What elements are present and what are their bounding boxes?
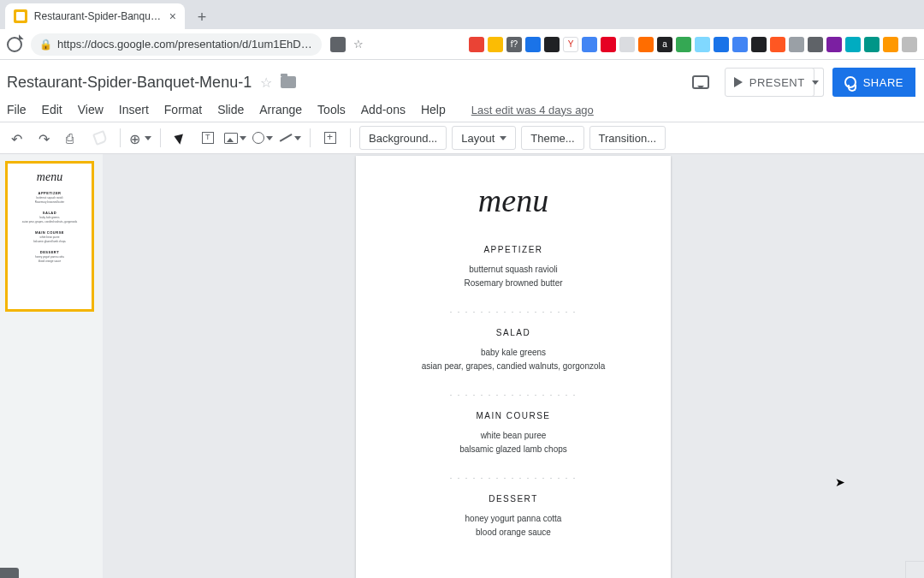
section-line: Rosemary browned butter: [464, 277, 562, 290]
slide-title[interactable]: menu: [478, 182, 548, 219]
menu-insert[interactable]: Insert: [119, 103, 149, 116]
move-folder-icon[interactable]: [281, 76, 296, 88]
ext-icon[interactable]: [883, 37, 898, 52]
ext-icon[interactable]: [525, 37, 541, 52]
ext-icon[interactable]: [601, 37, 616, 52]
present-button[interactable]: PRESENT: [725, 68, 814, 97]
comments-button[interactable]: [685, 67, 716, 98]
share-button[interactable]: SHARE: [832, 68, 915, 97]
menu-arrange[interactable]: Arrange: [259, 103, 302, 116]
ext-icon[interactable]: [714, 37, 729, 52]
transition-button[interactable]: Transition...: [589, 126, 666, 150]
slide-panel[interactable]: menu APPETIZERbutternut squash ravioliRo…: [0, 154, 103, 578]
print-button[interactable]: [62, 127, 84, 149]
zoom-icon: [129, 131, 143, 145]
paint-format-button[interactable]: [89, 127, 111, 149]
docs-header: Restaurant-Spider-Banquet-Menu-1 ☆ PRESE…: [0, 60, 924, 122]
section-salad[interactable]: SALAD baby kale greens asian pear, grape…: [422, 328, 606, 373]
section-heading: DESSERT: [465, 494, 562, 504]
browser-tab[interactable]: Restaurant-Spider-Banquet-M ×: [5, 3, 185, 29]
section-heading: APPETIZER: [464, 245, 562, 254]
add-comment-button[interactable]: [319, 127, 341, 149]
menu-view[interactable]: View: [78, 103, 104, 116]
ext-icon[interactable]: [544, 37, 560, 52]
section-line: balsamic glazed lamb chops: [459, 443, 567, 456]
slide-canvas[interactable]: menu APPETIZER butternut squash ravioli …: [356, 156, 671, 578]
redo-icon: [38, 131, 52, 145]
section-dessert[interactable]: DESSERT honey yogurt panna cotta blood o…: [465, 494, 562, 539]
ext-icon[interactable]: [638, 37, 654, 52]
reload-icon[interactable]: [7, 37, 22, 52]
explore-collapse-handle[interactable]: [905, 561, 924, 578]
menu-addons[interactable]: Add-ons: [361, 103, 406, 116]
person-icon: [844, 76, 856, 88]
thumb-title: menu: [37, 170, 62, 184]
ext-icon[interactable]: [826, 37, 842, 52]
select-tool[interactable]: [169, 127, 192, 149]
camera-icon[interactable]: [330, 37, 346, 52]
image-icon: [224, 133, 238, 144]
star-icon[interactable]: ☆: [260, 74, 272, 91]
menu-edit[interactable]: Edit: [42, 103, 62, 116]
ext-icon[interactable]: Y: [563, 37, 578, 52]
ext-icon[interactable]: [751, 37, 767, 52]
ext-icon[interactable]: [619, 37, 635, 52]
new-tab-button[interactable]: +: [190, 5, 214, 29]
menu-help[interactable]: Help: [421, 103, 446, 116]
star-icon[interactable]: ☆: [351, 37, 366, 52]
ext-icon[interactable]: [845, 37, 861, 52]
ext-icon[interactable]: [488, 37, 503, 52]
present-label: PRESENT: [749, 76, 805, 89]
slides-favicon: [14, 9, 27, 23]
ext-icon[interactable]: [864, 37, 880, 52]
ext-icon[interactable]: [770, 37, 785, 52]
ext-icon[interactable]: f?: [506, 37, 522, 52]
divider-dots: . . . . . . . . . . . . . . . . .: [450, 389, 578, 397]
ext-icon[interactable]: [732, 37, 748, 52]
section-heading: MAIN COURSE: [459, 411, 567, 420]
menu-file[interactable]: File: [7, 103, 27, 116]
ext-icon[interactable]: [902, 37, 917, 52]
section-main-course[interactable]: MAIN COURSE white bean puree balsamic gl…: [459, 411, 567, 456]
textbox-tool[interactable]: [197, 127, 219, 149]
ext-icon[interactable]: [808, 37, 823, 52]
textbox-icon: [202, 132, 214, 144]
section-appetizer[interactable]: APPETIZER butternut squash ravioli Rosem…: [464, 245, 562, 290]
url-box[interactable]: 🔒 https://docs.google.com/presentation/d…: [31, 33, 322, 56]
section-heading: SALAD: [422, 328, 606, 337]
zoom-button[interactable]: [129, 127, 151, 149]
menu-bar: File Edit View Insert Format Slide Arran…: [7, 98, 915, 122]
image-tool[interactable]: [224, 127, 246, 149]
section-line: blood orange sauce: [465, 526, 562, 539]
extensions-row: f? Y a: [469, 37, 917, 52]
shape-tool[interactable]: [252, 127, 274, 149]
print-icon: [66, 131, 80, 145]
slide-thumbnail-1[interactable]: menu APPETIZERbutternut squash ravioliRo…: [7, 163, 92, 310]
ext-icon[interactable]: [469, 37, 484, 52]
ext-icon[interactable]: [582, 37, 597, 52]
last-edit-link[interactable]: Last edit was 4 days ago: [471, 104, 594, 116]
url-text: https://docs.google.com/presentation/d/1…: [57, 38, 313, 51]
ext-icon[interactable]: a: [657, 37, 672, 52]
layout-button[interactable]: Layout: [452, 126, 516, 150]
canvas-area[interactable]: menu APPETIZER butternut squash ravioli …: [103, 154, 924, 578]
background-button[interactable]: Background...: [359, 126, 447, 150]
theme-button[interactable]: Theme...: [521, 126, 583, 150]
redo-button[interactable]: [34, 127, 56, 149]
line-tool[interactable]: [279, 127, 301, 149]
section-line: butternut squash ravioli: [464, 263, 562, 277]
menu-tools[interactable]: Tools: [317, 103, 346, 116]
undo-icon: [11, 131, 25, 145]
ext-icon[interactable]: [789, 37, 804, 52]
present-dropdown[interactable]: [807, 68, 824, 97]
panel-collapse-handle[interactable]: [0, 568, 19, 578]
toolbar: Background... Layout Theme... Transition…: [0, 122, 924, 154]
undo-button[interactable]: [7, 127, 29, 149]
line-icon: [280, 134, 293, 141]
menu-format[interactable]: Format: [164, 103, 202, 116]
close-tab-icon[interactable]: ×: [169, 9, 176, 23]
ext-icon[interactable]: [676, 37, 691, 52]
menu-slide[interactable]: Slide: [217, 103, 244, 116]
ext-icon[interactable]: [695, 37, 710, 52]
document-title[interactable]: Restaurant-Spider-Banquet-Menu-1: [7, 74, 252, 92]
